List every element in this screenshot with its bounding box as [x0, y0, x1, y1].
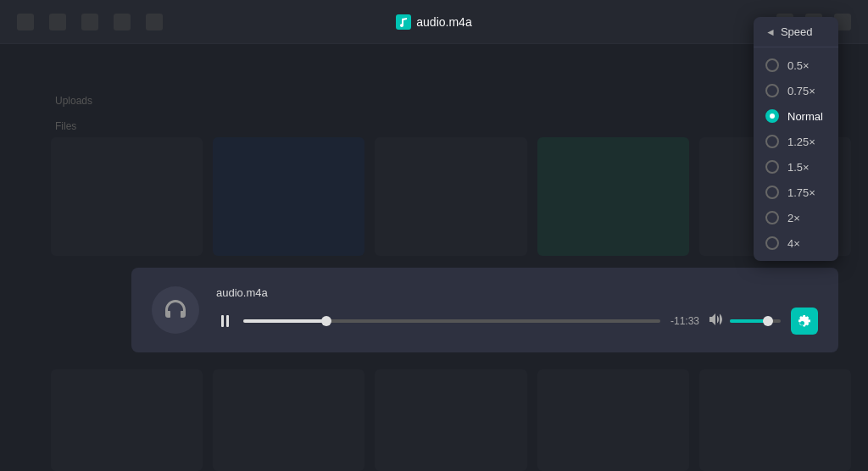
pause-icon [221, 315, 229, 327]
progress-thumb [321, 316, 331, 326]
speed-label-1.25x: 1.25× [787, 136, 815, 148]
volume-section [709, 313, 781, 328]
nav-left-icons [17, 14, 163, 30]
uploads-label: Uploads [55, 95, 92, 107]
content-area: Uploads Files [0, 44, 868, 471]
speed-label-0.5x: 0.5× [787, 59, 810, 72]
speed-option-1.75x[interactable]: 1.75× [754, 180, 838, 205]
speed-dropdown: ◄ Speed 0.5×0.75×Normal1.25×1.5×1.75×2×4… [754, 17, 838, 261]
speed-label-normal: Normal [787, 110, 823, 123]
card-2 [213, 137, 364, 256]
radio-1.5x [765, 160, 779, 174]
speed-header: ◄ Speed [754, 17, 838, 47]
nav-icon-5[interactable] [146, 14, 163, 30]
pause-bar-left [221, 315, 224, 327]
headphone-avatar [152, 286, 199, 334]
bottom-card-1 [51, 369, 203, 471]
radio-0.5x [765, 58, 779, 72]
music-note-icon [396, 14, 411, 30]
radio-1.75x [765, 186, 779, 199]
speed-option-1.5x[interactable]: 1.5× [754, 154, 838, 180]
speed-back-button[interactable]: ◄ [765, 26, 776, 38]
speed-label-1.5x: 1.5× [787, 161, 810, 174]
player-filename: audio.m4a [216, 286, 818, 299]
settings-button[interactable] [791, 308, 818, 335]
gear-icon [798, 314, 811, 328]
speed-option-0.75x[interactable]: 0.75× [754, 78, 838, 103]
nav-title: audio.m4a [416, 15, 471, 29]
speed-option-2x[interactable]: 2× [754, 205, 838, 230]
radio-4x [765, 236, 779, 250]
pause-button[interactable] [216, 313, 233, 330]
speed-label-4x: 4× [787, 237, 800, 250]
radio-normal [765, 109, 779, 123]
player-bottom-row: -11:33 [216, 308, 818, 335]
headphone-icon [162, 296, 189, 324]
bottom-card-5 [699, 369, 851, 471]
volume-thumb [763, 316, 773, 326]
speed-option-1.25x[interactable]: 1.25× [754, 129, 838, 154]
files-label: Files [55, 120, 76, 132]
volume-icon [709, 313, 723, 328]
progress-bar[interactable] [243, 319, 660, 323]
nav-center: audio.m4a [396, 14, 471, 30]
card-4 [537, 137, 689, 256]
volume-bar[interactable] [730, 319, 781, 323]
nav-icon-3[interactable] [81, 14, 98, 30]
bottom-card-4 [537, 369, 689, 471]
speed-label-1.75x: 1.75× [787, 186, 815, 199]
card-1 [51, 137, 203, 256]
progress-fill [243, 319, 326, 323]
top-nav: audio.m4a [0, 0, 868, 44]
speed-option-4x[interactable]: 4× [754, 230, 838, 256]
pause-bar-right [226, 315, 229, 327]
speed-label-2x: 2× [787, 212, 800, 224]
bottom-card-3 [375, 369, 526, 471]
cards-grid [51, 137, 851, 256]
audio-player: audio.m4a -11:33 [131, 268, 838, 352]
nav-icon-2[interactable] [49, 14, 66, 30]
speed-option-normal[interactable]: Normal [754, 103, 838, 129]
speed-option-0.5x[interactable]: 0.5× [754, 53, 838, 78]
card-3 [375, 137, 526, 256]
speed-options-list: 0.5×0.75×Normal1.25×1.5×1.75×2×4× [754, 47, 838, 261]
player-controls: audio.m4a -11:33 [216, 286, 818, 335]
nav-icon-4[interactable] [114, 14, 131, 30]
time-remaining: -11:33 [670, 315, 699, 327]
speed-label-0.75x: 0.75× [787, 85, 815, 97]
radio-1.25x [765, 135, 779, 148]
radio-2x [765, 211, 779, 224]
radio-0.75x [765, 84, 779, 97]
bottom-card-2 [213, 369, 364, 471]
speed-title: Speed [781, 25, 813, 38]
nav-icon-1[interactable] [17, 14, 34, 30]
bottom-cards [51, 369, 851, 471]
